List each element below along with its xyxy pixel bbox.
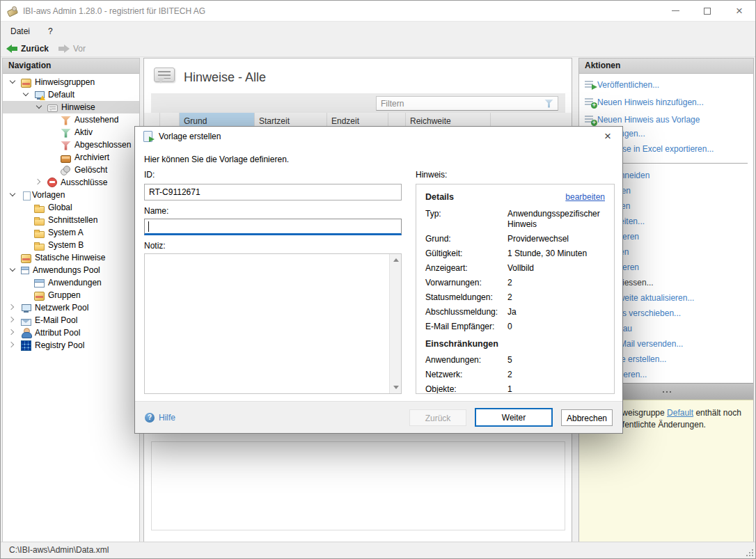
package-icon	[21, 254, 31, 263]
nav-item-archiviert[interactable]: Archiviert	[3, 151, 139, 164]
nav-item-system-b[interactable]: System B	[3, 239, 139, 251]
publish-icon	[585, 80, 596, 90]
nav-item-schnittstellen[interactable]: Schnittstellen	[3, 214, 139, 226]
detail-row: Abschlussmeldung:Ja	[425, 307, 605, 317]
dialog-title-bar[interactable]: Vorlage erstellen ×	[135, 127, 622, 146]
cancel-button[interactable]: Abbrechen	[561, 409, 613, 426]
template-document-icon	[142, 131, 153, 142]
close-button[interactable]: ×	[723, 1, 755, 21]
default-group-link[interactable]: Default	[667, 408, 693, 418]
toolbar: Zurück Vor	[1, 40, 755, 57]
menu-datei[interactable]: Datei	[10, 26, 30, 36]
minimize-button[interactable]	[659, 1, 691, 21]
monitor-icon	[21, 303, 31, 313]
detail-row: Statusmeldungen:2	[425, 292, 605, 303]
detail-row: Vorwarnungen:2	[425, 278, 605, 288]
name-label: Name:	[144, 206, 168, 216]
detail-row: Typ:Anwendungsspezifischer Hinweis	[425, 209, 605, 230]
scrollbar[interactable]	[389, 254, 401, 393]
text-cursor	[148, 221, 149, 232]
chevron-down-icon[interactable]	[36, 103, 42, 109]
name-field[interactable]	[144, 219, 402, 235]
chevron-right-icon[interactable]	[8, 342, 14, 347]
help-link[interactable]: ? Hilfe	[145, 413, 175, 423]
chevron-right-icon[interactable]	[8, 317, 14, 322]
chevron-right-icon[interactable]	[35, 179, 40, 184]
forward-button[interactable]: Vor	[58, 44, 86, 54]
add-icon	[585, 115, 596, 125]
back-button[interactable]: Zurück	[409, 409, 466, 426]
archive-box-icon	[61, 155, 71, 163]
nav-item-system-a[interactable]: System A	[3, 226, 139, 239]
navigation-header: Navigation	[3, 58, 139, 74]
nav-item-vorlagen[interactable]: Vorlagen	[3, 189, 139, 201]
nav-item-gruppen[interactable]: Gruppen	[3, 289, 139, 301]
resize-grip-icon[interactable]	[745, 548, 753, 556]
add-icon	[585, 97, 596, 107]
nav-item-aktiv[interactable]: Aktiv	[3, 126, 139, 139]
navigation-tree: Hinweisgruppen Default Hinweise Ausstehe…	[3, 74, 139, 352]
chevron-down-icon[interactable]	[23, 90, 29, 96]
nav-item-ausschluesse[interactable]: Ausschlüsse	[3, 176, 139, 189]
dialog-close-button[interactable]: ×	[599, 128, 617, 145]
data-file-path: C:\IBI-aws\Admin\Data.xml	[9, 545, 109, 555]
hinweis-label: Hinweis:	[416, 170, 447, 180]
nav-item-email-pool[interactable]: E-Mail Pool	[3, 314, 139, 326]
chevron-right-icon[interactable]	[8, 329, 14, 335]
nav-item-abgeschlossen[interactable]: Abgeschlossen	[3, 139, 139, 151]
nav-item-attribut-pool[interactable]: Attribut Pool	[3, 326, 139, 339]
note-field[interactable]	[144, 253, 402, 394]
edit-link[interactable]: bearbeiten	[565, 192, 605, 202]
detail-row: Anwendungen:5	[425, 355, 605, 365]
forward-arrow-icon	[58, 45, 70, 53]
app-icon	[7, 6, 17, 16]
detail-row: E-Mail Empfänger:0	[425, 322, 605, 332]
nav-item-hinweisgruppen[interactable]: Hinweisgruppen	[3, 76, 139, 88]
chevron-down-icon[interactable]	[10, 191, 15, 196]
nav-item-hinweise[interactable]: Hinweise	[3, 101, 139, 113]
id-label: ID:	[144, 170, 155, 180]
action-neuen-hinweis-hinzufuegen[interactable]: Neuen Hinweis hinzufügen...	[585, 95, 749, 111]
speech-bubble-icon	[47, 104, 58, 112]
filter-placeholder: Filtern	[381, 99, 544, 109]
nav-item-geloescht[interactable]: Gelöscht	[3, 164, 139, 176]
restrictions-title: Einschränkungen	[425, 339, 605, 349]
scroll-down-icon[interactable]	[393, 386, 399, 389]
back-arrow-icon	[6, 45, 17, 53]
grid-icon	[21, 340, 31, 351]
documents-icon	[23, 191, 31, 200]
dialog-description: Hier können Sie die Vorlage definieren.	[144, 155, 289, 164]
nav-item-default[interactable]: Default	[3, 88, 139, 101]
maximize-button[interactable]	[691, 1, 723, 21]
filter-input[interactable]: Filtern	[376, 96, 558, 111]
back-button[interactable]: Zurück	[6, 44, 49, 54]
detail-row: Netzwerk:2	[425, 370, 605, 380]
nav-item-netzwerk-pool[interactable]: Netzwerk Pool	[3, 301, 139, 314]
chevron-right-icon[interactable]	[8, 304, 14, 310]
next-button[interactable]: Weiter	[475, 408, 553, 427]
coins-icon	[61, 165, 71, 175]
monitor-warning-icon	[34, 90, 45, 100]
detail-row: Grund:Providerwechsel	[425, 234, 605, 244]
nav-item-statische-hinweise[interactable]: Statische Hinweise	[3, 251, 139, 264]
detail-row: Anzeigeart:Vollbild	[425, 263, 605, 274]
filter-funnel-icon[interactable]	[544, 100, 553, 108]
chevron-down-icon[interactable]	[10, 266, 15, 271]
speech-bubble-icon	[154, 68, 175, 82]
mail-icon	[21, 319, 31, 326]
scroll-up-icon[interactable]	[393, 258, 399, 262]
package-icon	[21, 79, 31, 88]
chevron-down-icon[interactable]	[10, 78, 15, 84]
nav-item-global[interactable]: Global	[3, 201, 139, 214]
funnel-green-icon	[61, 129, 71, 138]
menu-help[interactable]: ?	[48, 26, 53, 36]
nav-item-registry-pool[interactable]: Registry Pool	[3, 339, 139, 352]
action-veroeffentlichen[interactable]: Veröffentlichen...	[585, 78, 749, 94]
nav-item-ausstehend[interactable]: Ausstehend	[3, 113, 139, 126]
window-controls: ×	[659, 1, 755, 21]
nav-item-anwendungen[interactable]: Anwendungen	[3, 276, 139, 289]
detail-preview-pane	[151, 441, 565, 530]
nav-item-anwendungs-pool[interactable]: Anwendungs Pool	[3, 264, 139, 276]
menu-bar: Datei ?	[1, 22, 755, 40]
id-field[interactable]	[144, 184, 402, 200]
